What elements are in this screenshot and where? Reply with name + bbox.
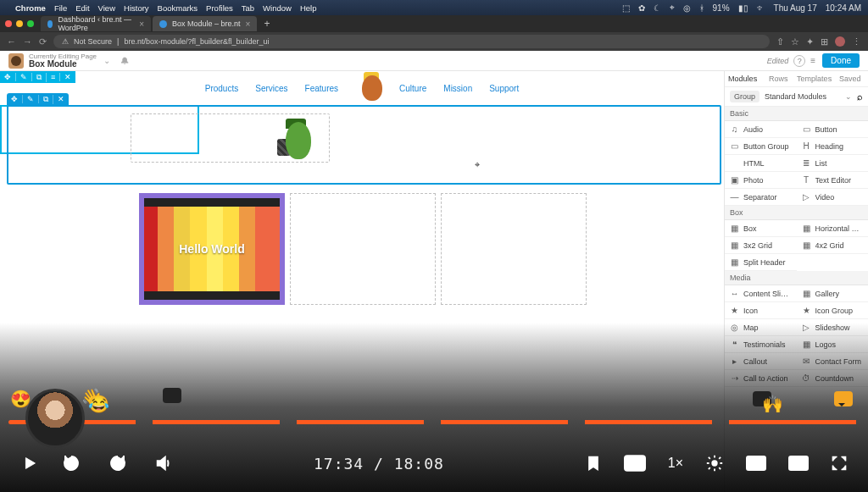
- nav-culture[interactable]: Culture: [399, 84, 426, 93]
- pip-button[interactable]: [788, 456, 809, 471]
- browser-tab-0[interactable]: Dashboard ‹ bre.nt — WordPre ×: [41, 16, 151, 31]
- nav-mission[interactable]: Mission: [443, 84, 472, 93]
- site-logo-icon[interactable]: [355, 75, 382, 101]
- menu-bookmarks[interactable]: Bookmarks: [158, 3, 198, 13]
- menubar-date[interactable]: Thu Aug 17: [774, 3, 817, 13]
- basic-module-text-editor[interactable]: TText Editor: [797, 172, 869, 189]
- address-bar[interactable]: ⚠ Not Secure | bre.nt/box-module/?fl_bui…: [53, 35, 770, 48]
- chevron-down-icon[interactable]: ⌄: [845, 92, 852, 101]
- menu-edit[interactable]: Edit: [75, 3, 89, 13]
- nav-support[interactable]: Support: [489, 84, 519, 93]
- fullscreen-button[interactable]: [831, 455, 848, 472]
- wrench-icon[interactable]: ✎: [16, 73, 32, 81]
- nav-products[interactable]: Products: [205, 84, 238, 93]
- box-module-4x2-grid[interactable]: ▦4x2 Grid: [797, 237, 869, 254]
- speed-button[interactable]: 1×: [668, 456, 683, 471]
- box-module-3x2-grid[interactable]: ▦3x2 Grid: [725, 237, 797, 254]
- menu-history[interactable]: History: [124, 3, 149, 13]
- row-toolbar[interactable]: ✥ ✎ ⧉ ✕: [7, 93, 69, 105]
- menu-file[interactable]: File: [54, 3, 67, 13]
- nav-features[interactable]: Features: [305, 84, 338, 93]
- media-module-testimonials[interactable]: ❝Testimonials: [725, 336, 797, 353]
- basic-module-button-group[interactable]: ▭Button Group: [725, 138, 797, 155]
- clock-icon[interactable]: ⌖: [670, 3, 675, 13]
- forward-button[interactable]: →: [23, 36, 32, 47]
- basic-module-video[interactable]: ▷Video: [797, 189, 869, 206]
- box-module-split-header[interactable]: ▦Split Header: [725, 254, 797, 271]
- puzzle-icon[interactable]: ⊞: [821, 36, 828, 47]
- tab-close-icon[interactable]: ×: [246, 19, 251, 29]
- group-select[interactable]: Standard Modules: [765, 92, 840, 101]
- theater-button[interactable]: [746, 456, 766, 471]
- builder-logo-icon[interactable]: [8, 53, 24, 69]
- settings-button[interactable]: [705, 454, 724, 473]
- empty-column-left[interactable]: [131, 113, 330, 163]
- dropbox-icon[interactable]: ⬚: [622, 3, 630, 13]
- basic-module-audio[interactable]: ♫Audio: [725, 121, 797, 138]
- captions-button[interactable]: cc: [624, 455, 646, 472]
- profile-avatar[interactable]: [835, 36, 845, 47]
- media-module-callout[interactable]: ▸Callout: [725, 353, 797, 370]
- browser-tab-1[interactable]: Box Module – bre.nt ×: [153, 16, 257, 31]
- menubar-time[interactable]: 10:24 AM: [826, 3, 861, 13]
- menu-window[interactable]: Window: [263, 3, 292, 13]
- tab-rows[interactable]: Rows: [760, 71, 796, 86]
- menubar-app[interactable]: Chrome: [15, 3, 46, 13]
- media-module-countdown[interactable]: ⏱Countdown: [797, 370, 869, 387]
- close-icon[interactable]: ✕: [60, 73, 75, 81]
- media-module-map[interactable]: ◎Map: [725, 319, 797, 336]
- battery-icon[interactable]: ▮▯: [738, 3, 748, 13]
- row-outline[interactable]: [7, 105, 721, 185]
- basic-module-list[interactable]: ≣List: [797, 155, 869, 172]
- media-module-slideshow[interactable]: ▷Slideshow: [797, 319, 869, 336]
- back-button[interactable]: ←: [7, 36, 16, 47]
- close-icon[interactable]: ✕: [53, 95, 69, 103]
- tab-modules[interactable]: Modules: [725, 71, 760, 86]
- empty-card-3[interactable]: [441, 193, 587, 305]
- wifi-icon[interactable]: ᯤ: [757, 3, 765, 13]
- duplicate-icon[interactable]: ⧉: [39, 95, 53, 104]
- tab-saved[interactable]: Saved: [832, 71, 868, 86]
- duplicate-icon[interactable]: ⧉: [32, 73, 47, 82]
- sync-icon[interactable]: ✿: [638, 3, 645, 13]
- module-toolbar[interactable]: ✥ ✎ ⧉ ≡ ✕: [0, 71, 75, 83]
- display-icon[interactable]: ◎: [683, 3, 691, 13]
- dnd-icon[interactable]: ☾: [654, 3, 661, 13]
- volume-button[interactable]: [154, 454, 173, 473]
- wrench-icon[interactable]: ✎: [23, 95, 39, 103]
- move-icon[interactable]: ✥: [7, 95, 23, 103]
- builder-title[interactable]: Currently Editing Page Box Module: [29, 53, 97, 69]
- play-button[interactable]: [20, 454, 39, 473]
- nav-services[interactable]: Services: [255, 84, 287, 93]
- media-module-icon[interactable]: ★Icon: [725, 302, 797, 319]
- share-icon[interactable]: ⇧: [776, 36, 784, 47]
- bluetooth-icon[interactable]: ᚼ: [699, 3, 704, 13]
- media-module-icon-group[interactable]: ★Icon Group: [797, 302, 869, 319]
- basic-module-separator[interactable]: —Separator: [725, 189, 797, 206]
- basic-module-html[interactable]: HTML: [725, 155, 797, 172]
- help-icon[interactable]: ?: [793, 55, 805, 67]
- builder-canvas[interactable]: Products Services Features Culture Missi…: [0, 71, 724, 492]
- chevron-down-icon[interactable]: ⌄: [103, 56, 110, 65]
- kebab-menu-icon[interactable]: ⋮: [852, 36, 861, 47]
- media-module-contact-form[interactable]: ✉Contact Form: [797, 353, 869, 370]
- basic-module-heading[interactable]: HHeading: [797, 138, 869, 155]
- menu-tab[interactable]: Tab: [242, 3, 254, 13]
- new-tab-button[interactable]: +: [259, 18, 275, 30]
- media-module-content-slider[interactable]: ↔Content Slider: [725, 285, 797, 302]
- search-icon[interactable]: ⌕: [857, 91, 863, 102]
- menu-help[interactable]: Help: [300, 3, 317, 13]
- box-module-box[interactable]: ▦Box: [725, 220, 797, 237]
- tab-templates[interactable]: Templates: [797, 71, 832, 86]
- rewind-5-button[interactable]: 5: [61, 453, 86, 473]
- hello-world-card[interactable]: Hello World: [139, 193, 285, 305]
- star-icon[interactable]: ☆: [791, 36, 799, 47]
- move-icon[interactable]: ✥: [0, 73, 16, 81]
- forward-5-button[interactable]: 5: [108, 453, 132, 473]
- empty-card-2[interactable]: [290, 193, 436, 305]
- menu-profiles[interactable]: Profiles: [206, 3, 233, 13]
- media-module-logos[interactable]: ▦Logos: [797, 336, 869, 353]
- menu-view[interactable]: View: [98, 3, 115, 13]
- media-module-call-to-action[interactable]: ⇢Call to Action: [725, 370, 797, 387]
- tab-close-icon[interactable]: ×: [139, 19, 144, 29]
